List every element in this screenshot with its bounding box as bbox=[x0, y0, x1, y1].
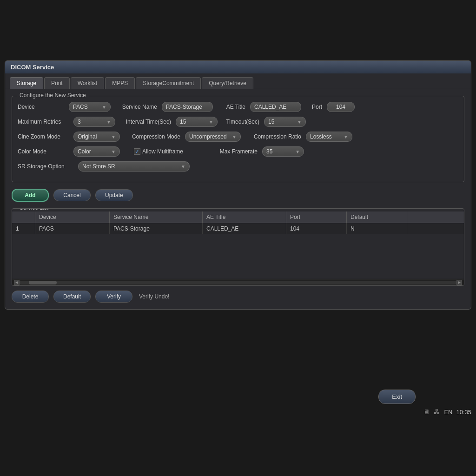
cine-zoom-value: Original bbox=[78, 133, 97, 140]
form-row-4: Color Mode Color ▼ ✓ Allow Multiframe Ma… bbox=[18, 146, 458, 157]
tab-mpps[interactable]: MPPS bbox=[105, 77, 135, 89]
action-buttons-row: Add Cancel Update bbox=[12, 189, 464, 202]
default-button[interactable]: Default bbox=[53, 291, 91, 303]
col-device: Device bbox=[35, 212, 110, 223]
form-row-3: Cine Zoom Mode Original ▼ Compression Mo… bbox=[18, 132, 458, 142]
sr-storage-label: SR Storage Option bbox=[18, 163, 73, 170]
device-value: PACS bbox=[73, 104, 88, 110]
checkmark-icon: ✓ bbox=[135, 148, 139, 155]
timeout-arrow-icon: ▼ bbox=[297, 119, 302, 125]
service-list-inner: Device Service Name AE Title Port Defaul… bbox=[12, 212, 464, 285]
form-row-1: Device PACS ▼ Service Name PACS-Storage … bbox=[18, 102, 458, 112]
window-title-bar: DICOM Service bbox=[5, 61, 471, 73]
compression-mode-label: Compression Mode bbox=[125, 133, 180, 140]
bottom-buttons-row: Delete Default Verify Verify Undo! bbox=[12, 291, 464, 303]
service-name-value: PACS-Storage bbox=[166, 104, 202, 110]
max-retries-arrow-icon: ▼ bbox=[106, 119, 111, 125]
interval-time-dropdown[interactable]: 15 ▼ bbox=[176, 117, 218, 127]
col-default: Default bbox=[347, 212, 407, 223]
cine-zoom-dropdown[interactable]: Original ▼ bbox=[73, 132, 120, 142]
port-input[interactable]: 104 bbox=[327, 102, 355, 112]
port-value: 104 bbox=[336, 104, 345, 110]
scroll-left-btn[interactable]: ◀ bbox=[14, 280, 20, 285]
max-retries-dropdown[interactable]: 3 ▼ bbox=[73, 117, 115, 127]
port-label: Port bbox=[306, 104, 322, 110]
scrollbar-track bbox=[20, 281, 456, 284]
timeout-dropdown[interactable]: 15 ▼ bbox=[264, 117, 306, 127]
exit-button[interactable]: Exit bbox=[378, 390, 416, 404]
interval-time-arrow-icon: ▼ bbox=[209, 119, 213, 125]
col-service-name: Service Name bbox=[110, 212, 203, 223]
row-index: 1 bbox=[12, 223, 35, 234]
col-ae-title: AE Title bbox=[203, 212, 286, 223]
verify-button[interactable]: Verify bbox=[95, 291, 132, 303]
max-retries-value: 3 bbox=[78, 119, 81, 125]
sr-storage-dropdown[interactable]: Not Store SR ▼ bbox=[78, 161, 190, 172]
verify-undo-text: Verify Undo! bbox=[139, 293, 169, 300]
monitor-icon: 🖥 bbox=[423, 408, 430, 416]
window-title: DICOM Service bbox=[11, 64, 54, 71]
allow-multiframe-label: Allow Multiframe bbox=[142, 148, 183, 155]
compression-ratio-value: Lossless bbox=[310, 133, 332, 140]
tab-storage[interactable]: Storage bbox=[10, 77, 43, 89]
cancel-button[interactable]: Cancel bbox=[53, 189, 91, 201]
color-mode-arrow-icon: ▼ bbox=[111, 149, 116, 154]
ae-title-label: AE Title bbox=[218, 104, 245, 110]
ae-title-input[interactable]: CALLED_AE bbox=[250, 102, 301, 112]
update-button[interactable]: Update bbox=[95, 189, 133, 201]
max-framerate-label: Max Framerate bbox=[216, 148, 258, 155]
max-framerate-value: 35 bbox=[266, 148, 272, 155]
language-display: EN bbox=[444, 409, 452, 416]
form-row-2: Maximum Retries 3 ▼ Interval Time(Sec) 1… bbox=[18, 117, 458, 127]
scrollbar-thumb bbox=[29, 281, 57, 284]
tab-worklist[interactable]: Worklist bbox=[71, 77, 104, 89]
color-mode-value: Color bbox=[78, 148, 91, 155]
service-name-input[interactable]: PACS-Storage bbox=[162, 102, 213, 112]
color-mode-label: Color Mode bbox=[18, 148, 69, 155]
max-framerate-arrow-icon: ▼ bbox=[295, 149, 300, 154]
compression-mode-value: Uncompressed bbox=[189, 133, 227, 140]
color-mode-dropdown[interactable]: Color ▼ bbox=[73, 146, 120, 157]
compression-mode-arrow-icon: ▼ bbox=[232, 134, 237, 139]
device-label: Device bbox=[18, 104, 64, 110]
allow-multiframe-container: ✓ Allow Multiframe bbox=[134, 148, 183, 155]
tab-print[interactable]: Print bbox=[44, 77, 70, 89]
configure-section-title: Configure the New Service bbox=[17, 92, 89, 99]
sr-storage-arrow-icon: ▼ bbox=[181, 164, 185, 169]
row-default: N bbox=[347, 223, 407, 234]
row-ae-title: CALLED_AE bbox=[203, 223, 286, 234]
service-list-section: Service List Device Service Name AE Titl… bbox=[12, 208, 464, 286]
tab-query-retrieve[interactable]: Query/Retrieve bbox=[202, 77, 253, 89]
device-dropdown[interactable]: PACS ▼ bbox=[69, 102, 111, 112]
horizontal-scrollbar[interactable]: ◀ ▶ bbox=[12, 279, 464, 285]
ae-title-value: CALLED_AE bbox=[254, 104, 286, 110]
scroll-right-btn[interactable]: ▶ bbox=[456, 280, 462, 285]
tab-storage-commitment[interactable]: StorageCommitment bbox=[136, 77, 201, 89]
main-window: DICOM Service Storage Print Worklist MPP… bbox=[5, 60, 471, 310]
form-row-5: SR Storage Option Not Store SR ▼ bbox=[18, 161, 458, 172]
time-display: 10:35 bbox=[456, 409, 471, 416]
compression-ratio-label: Compression Ratio bbox=[245, 133, 301, 140]
add-button[interactable]: Add bbox=[12, 189, 49, 202]
row-device: PACS bbox=[35, 223, 110, 234]
compression-ratio-dropdown[interactable]: Lossless ▼ bbox=[306, 132, 352, 142]
delete-button[interactable]: Delete bbox=[12, 291, 49, 303]
table-row[interactable]: 1 PACS PACS-Storage CALLED_AE 104 N bbox=[12, 223, 464, 234]
timeout-label: Timeout(Sec) bbox=[222, 119, 259, 125]
content-area: Configure the New Service Device PACS ▼ … bbox=[5, 89, 471, 309]
allow-multiframe-checkbox[interactable]: ✓ bbox=[134, 148, 140, 155]
compression-mode-dropdown[interactable]: Uncompressed ▼ bbox=[185, 132, 241, 142]
device-arrow-icon: ▼ bbox=[102, 105, 106, 110]
cine-zoom-arrow-icon: ▼ bbox=[111, 134, 116, 139]
table-header: Device Service Name AE Title Port Defaul… bbox=[12, 212, 464, 223]
timeout-value: 15 bbox=[268, 119, 274, 125]
row-service-name: PACS-Storage bbox=[110, 223, 203, 234]
configure-section: Configure the New Service Device PACS ▼ … bbox=[12, 96, 464, 182]
compression-ratio-arrow-icon: ▼ bbox=[344, 134, 348, 139]
max-retries-label: Maximum Retries bbox=[18, 119, 69, 125]
max-framerate-dropdown[interactable]: 35 ▼ bbox=[262, 146, 304, 157]
col-index bbox=[12, 212, 35, 223]
service-name-label: Service Name bbox=[115, 104, 157, 110]
row-port: 104 bbox=[286, 223, 347, 234]
tabs-container: Storage Print Worklist MPPS StorageCommi… bbox=[5, 73, 471, 89]
